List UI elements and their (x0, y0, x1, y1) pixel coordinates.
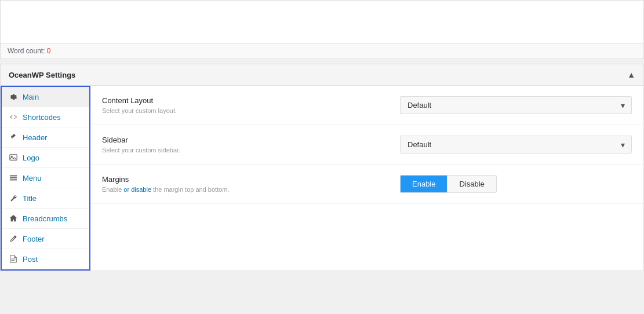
settings-content: Content Layout Select your custom layout… (90, 86, 643, 271)
word-count-bar: Word count: 0 (0, 43, 644, 59)
page-wrapper: Word count: 0 OceanWP Settings ▲ M (0, 0, 644, 314)
gear-icon (9, 92, 18, 101)
setting-row-margins: Margins Enable or disable the margin top… (90, 165, 643, 204)
setting-control-margins: Enable Disable (400, 175, 632, 193)
setting-title-margins: Margins (102, 175, 400, 184)
setting-desc-margins: Enable or disable the margin top and bot… (102, 186, 400, 193)
oceanwp-panel: OceanWP Settings ▲ Main (0, 64, 644, 271)
nav-label-footer: Footer (23, 235, 45, 243)
nav-label-logo: Logo (23, 154, 39, 162)
panel-title: OceanWP Settings (9, 71, 75, 79)
setting-title-sidebar: Sidebar (102, 136, 400, 144)
wrench-icon (9, 193, 18, 203)
nav-item-shortcodes[interactable]: Shortcodes (2, 107, 89, 127)
word-count-value: 0 (47, 47, 51, 55)
setting-row-content-layout: Content Layout Select your custom layout… (90, 86, 643, 125)
nav-item-post[interactable]: Post (2, 249, 89, 269)
code-icon (9, 112, 18, 122)
nav-label-title: Title (23, 194, 37, 203)
svg-rect-2 (10, 176, 17, 177)
pin-icon (9, 133, 18, 142)
nav-label-shortcodes: Shortcodes (23, 113, 61, 122)
setting-control-sidebar: Default Left Right None (400, 136, 632, 154)
nav-label-header: Header (23, 133, 48, 142)
setting-row-sidebar: Sidebar Select your custom sidebar. Defa… (90, 125, 643, 165)
nav-label-menu: Menu (23, 174, 42, 182)
word-count-label: Word count: (8, 47, 45, 55)
svg-rect-3 (10, 177, 17, 178)
nav-item-title[interactable]: Title (2, 188, 89, 209)
image-icon (9, 153, 18, 162)
pencil-icon (9, 234, 18, 243)
nav-item-footer[interactable]: Footer (2, 229, 89, 249)
menu-icon (9, 173, 18, 182)
panel-header[interactable]: OceanWP Settings ▲ (1, 64, 643, 86)
margins-enable-button[interactable]: Enable (401, 176, 447, 192)
margins-link[interactable]: or disable (123, 186, 151, 193)
setting-info-sidebar: Sidebar Select your custom sidebar. (102, 136, 400, 154)
nav-item-main[interactable]: Main (2, 87, 89, 107)
file-icon (9, 254, 18, 264)
setting-desc-sidebar: Select your custom sidebar. (102, 147, 400, 154)
setting-info-content-layout: Content Layout Select your custom layout… (102, 96, 400, 114)
settings-nav: Main Shortcodes (1, 86, 90, 271)
nav-item-logo[interactable]: Logo (2, 148, 89, 168)
content-layout-dropdown-wrapper: Default Full Width Boxed (400, 96, 632, 114)
nav-item-breadcrumbs[interactable]: Breadcrumbs (2, 209, 89, 229)
nav-item-header[interactable]: Header (2, 127, 89, 148)
content-layout-select[interactable]: Default Full Width Boxed (400, 96, 632, 114)
margins-disable-button[interactable]: Disable (447, 176, 496, 192)
setting-control-content-layout: Default Full Width Boxed (400, 96, 632, 114)
setting-title-content-layout: Content Layout (102, 96, 400, 105)
nav-item-menu[interactable]: Menu (2, 168, 89, 188)
setting-info-margins: Margins Enable or disable the margin top… (102, 175, 400, 193)
nav-label-post: Post (23, 255, 38, 264)
panel-collapse-icon: ▲ (627, 70, 635, 79)
editor-area (0, 0, 644, 43)
panel-body: Main Shortcodes (1, 86, 643, 271)
home-icon (9, 214, 18, 223)
setting-desc-content-layout: Select your custom layout. (102, 107, 400, 114)
nav-label-main: Main (23, 93, 39, 101)
nav-label-breadcrumbs: Breadcrumbs (23, 214, 67, 223)
margins-toggle-group: Enable Disable (400, 175, 497, 193)
sidebar-select[interactable]: Default Left Right None (400, 136, 632, 154)
sidebar-dropdown-wrapper: Default Left Right None (400, 136, 632, 154)
svg-rect-4 (10, 180, 17, 181)
